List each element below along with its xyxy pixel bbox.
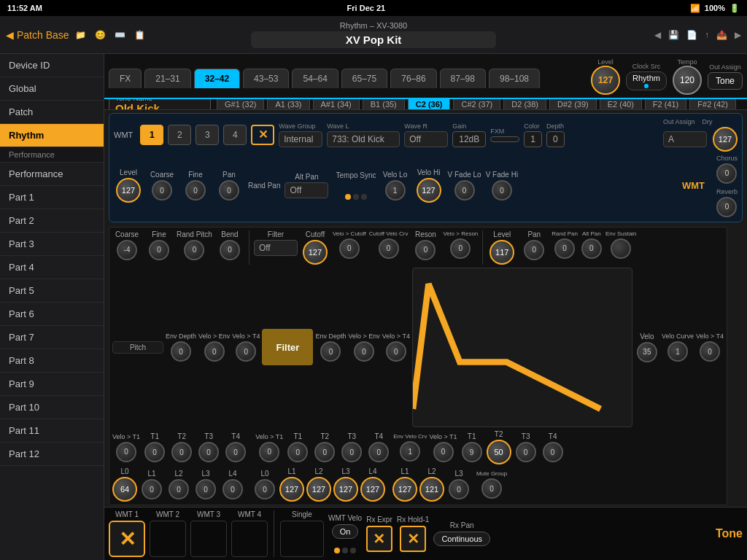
sidebar-item-part12[interactable]: Part 12 [0, 443, 104, 466]
pitch-l3-knob[interactable]: 0 [196, 479, 216, 499]
pitch-t4-knob[interactable]: 0 [225, 442, 246, 462]
next-icon[interactable]: ▶ [735, 30, 741, 40]
sidebar-item-part4[interactable]: Part 4 [0, 256, 104, 279]
filter-level-knob[interactable]: 117 [489, 240, 514, 265]
filter-velo-env-knob[interactable]: 0 [354, 341, 374, 362]
tone-key-fs2[interactable]: F#2 (42) [689, 99, 736, 110]
pitch-coarse-knob[interactable]: -4 [117, 240, 137, 260]
rx-hold1-x[interactable]: ✕ [400, 526, 426, 552]
pitch-t1-knob[interactable]: 0 [144, 442, 165, 462]
sidebar-item-part7[interactable]: Part 7 [0, 326, 104, 349]
velo-curve-knob[interactable]: 1 [667, 341, 688, 362]
out-assign-value[interactable]: A [663, 131, 707, 147]
mute-group-knob[interactable]: 0 [481, 478, 502, 499]
sidebar-item-part11[interactable]: Part 11 [0, 419, 104, 443]
reson-knob[interactable]: 0 [415, 240, 436, 260]
tone-key-ds2[interactable]: D#2 (39) [549, 99, 597, 110]
pitch-velo-t4-knob[interactable]: 0 [236, 341, 256, 362]
tone-key-a1[interactable]: A1 (33) [267, 99, 309, 110]
cutoff-crv-knob[interactable]: 0 [379, 238, 399, 259]
velo-lo-knob[interactable]: 1 [385, 180, 406, 201]
pitch-t3-knob[interactable]: 0 [198, 442, 219, 462]
amp-t1-knob[interactable]: 9 [462, 442, 482, 462]
rx-pan-value[interactable]: Continuous [433, 532, 490, 546]
reverb-knob[interactable]: 0 [716, 197, 737, 217]
velo-cutoff-knob[interactable]: 0 [339, 238, 360, 259]
filter-alt-pan-knob[interactable]: 0 [581, 238, 602, 259]
new-icon[interactable]: 📄 [686, 30, 697, 40]
filter-t3-knob[interactable]: 0 [341, 442, 362, 462]
sidebar-item-part8[interactable]: Part 8 [0, 349, 104, 373]
amp-l3-knob[interactable]: 0 [449, 479, 469, 499]
dry-knob[interactable]: 127 [713, 127, 738, 152]
tab-43-53[interactable]: 43–53 [243, 69, 289, 88]
filter-velo-t1-knob[interactable]: 0 [259, 442, 279, 462]
tone-key-f2[interactable]: F2 (41) [645, 99, 686, 110]
pitch-t2-knob[interactable]: 0 [171, 442, 192, 462]
wmt-btn-2[interactable]: 2 [168, 125, 191, 145]
sidebar-item-device-id[interactable]: Device ID [0, 54, 104, 77]
v-fade-hi-knob[interactable]: 0 [492, 180, 512, 201]
folder-icon[interactable]: 📁 [75, 30, 86, 40]
wave-group-value[interactable]: Internal [279, 131, 322, 147]
wmt-velo-value[interactable]: On [332, 524, 359, 539]
wmt3-empty[interactable] [190, 521, 227, 557]
tab-65-75[interactable]: 65–75 [341, 69, 387, 88]
filter-value[interactable]: Off [254, 240, 298, 256]
filter-rand-pan-knob[interactable]: 0 [554, 238, 575, 259]
env-sustain-knob[interactable] [611, 238, 631, 259]
single-empty[interactable] [280, 521, 324, 557]
coarse-param-knob[interactable]: 0 [152, 180, 172, 201]
filter-l2-knob[interactable]: 127 [306, 477, 331, 502]
tab-32-42[interactable]: 32–42 [194, 69, 240, 88]
tone-key-d2[interactable]: D2 (38) [503, 99, 546, 110]
sidebar-item-part5[interactable]: Part 5 [0, 279, 104, 303]
amp-t3-knob[interactable]: 0 [516, 442, 536, 462]
pitch-env-depth-knob[interactable]: 0 [171, 341, 191, 362]
share-icon[interactable]: ↑ [705, 30, 709, 40]
pitch-velo-env-knob[interactable]: 0 [204, 341, 225, 362]
clock-src-value[interactable]: Rhythm [626, 71, 667, 90]
sidebar-item-part2[interactable]: Part 2 [0, 209, 104, 233]
wave-l-value[interactable]: 733: Old Kick [327, 131, 400, 147]
sidebar-item-patch[interactable]: Patch [0, 101, 104, 124]
filter-pan-knob[interactable]: 0 [524, 240, 544, 260]
rx-expr-x[interactable]: ✕ [366, 526, 392, 552]
amp-velo-t1-knob[interactable]: 0 [433, 442, 454, 462]
fine-param-knob[interactable]: 0 [185, 180, 206, 201]
amp-t4-knob[interactable]: 0 [543, 442, 563, 462]
tone-key-g1[interactable]: G#1 (32) [217, 99, 264, 110]
filter-l4-knob[interactable]: 127 [360, 477, 385, 502]
wmt1-x[interactable]: ✕ [109, 521, 145, 557]
filter-l1-knob[interactable]: 127 [279, 477, 304, 502]
tone-key-cs2[interactable]: C#2 (37) [453, 99, 500, 110]
wmt-btn-3[interactable]: 3 [196, 125, 219, 145]
level-param-knob[interactable]: 127 [116, 178, 141, 203]
filter-l0-knob[interactable]: 0 [255, 479, 275, 499]
env-velo-crv-knob[interactable]: 1 [400, 441, 420, 462]
filter-t1-knob[interactable]: 0 [287, 442, 308, 462]
velo-hi-knob[interactable]: 127 [417, 178, 441, 203]
sidebar-item-performance[interactable]: Performance [0, 163, 104, 186]
sidebar-item-part1[interactable]: Part 1 [0, 186, 104, 209]
pitch-l2-knob[interactable]: 0 [169, 479, 189, 499]
filter-l3-knob[interactable]: 127 [333, 477, 358, 502]
v-fade-lo-knob[interactable]: 0 [454, 180, 475, 201]
tab-76-86[interactable]: 76–86 [390, 69, 436, 88]
tone-key-as1[interactable]: A#1 (34) [313, 99, 360, 110]
sidebar-item-part10[interactable]: Part 10 [0, 396, 104, 419]
docs-icon[interactable]: 📋 [134, 30, 145, 40]
gain-value[interactable]: 12dB [452, 131, 486, 147]
export-icon[interactable]: 📤 [716, 30, 727, 40]
pan-param-knob[interactable]: 0 [219, 180, 239, 201]
pitch-l1-knob[interactable]: 0 [142, 479, 162, 499]
rand-pitch-knob[interactable]: 0 [184, 240, 204, 260]
level-knob[interactable]: 127 [591, 66, 620, 95]
pitch-fine-knob[interactable]: 0 [149, 240, 169, 260]
pitch-l0-knob[interactable]: 64 [112, 477, 137, 502]
tab-21-31[interactable]: 21–31 [144, 69, 190, 88]
save-icon[interactable]: 💾 [668, 30, 679, 40]
tab-54-64[interactable]: 54–64 [292, 69, 338, 88]
tab-fx[interactable]: FX [109, 69, 142, 88]
sidebar-item-part9[interactable]: Part 9 [0, 373, 104, 396]
